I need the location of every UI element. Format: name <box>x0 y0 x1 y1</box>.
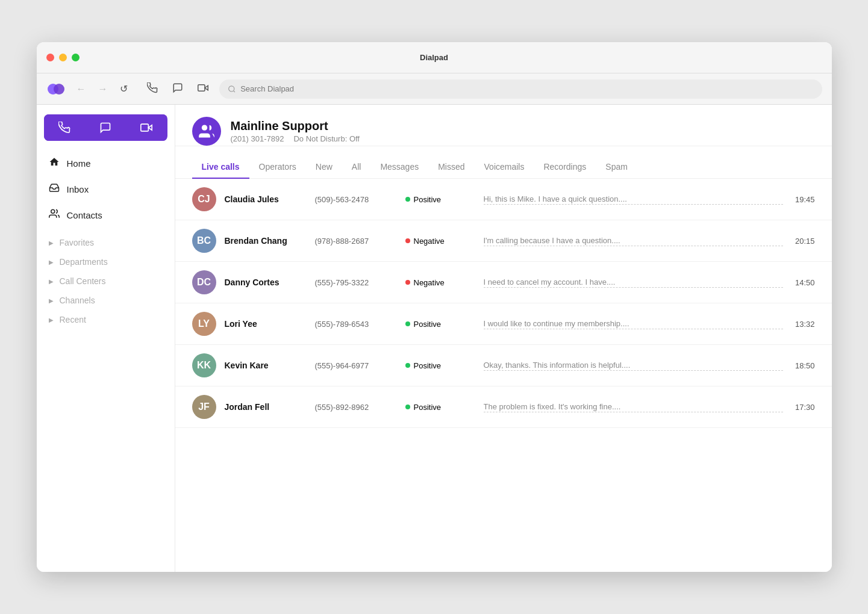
sentiment-badge: Negative <box>405 278 484 287</box>
search-input[interactable] <box>240 84 813 93</box>
sidebar-group-call-centers[interactable]: ▶ Call Centers <box>37 271 175 291</box>
chevron-right-icon: ▶ <box>49 240 54 246</box>
caller-name: Brendan Chang <box>225 236 315 246</box>
sentiment-label: Negative <box>414 278 445 287</box>
sidebar-item-inbox-label: Inbox <box>67 184 89 194</box>
sidebar-item-contacts[interactable]: Contacts <box>37 202 175 228</box>
avatar-initials: JF <box>192 395 216 419</box>
content-header: Mainline Support (201) 301-7892 Do Not D… <box>175 105 832 146</box>
sentiment-dot-icon <box>405 321 410 326</box>
tab-live-calls[interactable]: Live calls <box>192 156 249 179</box>
table-row[interactable]: LY Lori Yee (555)-789-6543 Positive I wo… <box>175 303 832 345</box>
table-row[interactable]: JF Jordan Fell (555)-892-8962 Positive T… <box>175 386 832 428</box>
svg-marker-2 <box>205 85 208 90</box>
message-action-button[interactable] <box>85 114 126 141</box>
table-row[interactable]: DC Danny Cortes (555)-795-3322 Negative … <box>175 262 832 303</box>
video-icon-toolbar[interactable] <box>194 80 212 98</box>
sentiment-label: Positive <box>414 320 442 329</box>
tab-all[interactable]: All <box>342 156 371 179</box>
caller-phone: (555)-964-6977 <box>315 361 405 370</box>
phone-action-button[interactable] <box>44 114 85 141</box>
refresh-button[interactable]: ↺ <box>116 81 131 97</box>
sidebar: Home Inbox Contacts ▶ Favorites <box>37 105 175 572</box>
call-snippet: The problem is fixed. It's working fine.… <box>484 402 783 412</box>
call-snippet: I would like to continue my membership..… <box>484 319 783 329</box>
avatar-initials: CJ <box>192 187 216 211</box>
home-icon <box>49 157 60 170</box>
sidebar-item-home[interactable]: Home <box>37 150 175 176</box>
svg-marker-6 <box>149 125 152 130</box>
sentiment-badge: Positive <box>405 195 484 204</box>
sidebar-group-recent[interactable]: ▶ Recent <box>37 310 175 329</box>
table-row[interactable]: CJ Claudia Jules (509)-563-2478 Positive… <box>175 179 832 220</box>
minimize-button[interactable] <box>59 54 67 61</box>
svg-point-9 <box>201 125 207 131</box>
sidebar-group-channels-label: Channels <box>60 296 95 305</box>
content-area: Mainline Support (201) 301-7892 Do Not D… <box>175 105 832 572</box>
message-icon-toolbar[interactable] <box>169 80 187 98</box>
call-duration: 14:50 <box>795 278 815 287</box>
caller-phone: (555)-795-3322 <box>315 278 405 287</box>
call-duration: 13:32 <box>795 320 815 329</box>
sentiment-label: Positive <box>414 361 442 370</box>
chevron-right-icon: ▶ <box>49 259 54 265</box>
sentiment-dot-icon <box>405 238 410 243</box>
video-action-button[interactable] <box>126 114 167 141</box>
sidebar-action-group <box>44 114 167 141</box>
sentiment-label: Positive <box>414 403 442 412</box>
tab-operators[interactable]: Operators <box>249 156 306 179</box>
call-icon-toolbar[interactable] <box>143 80 161 98</box>
tab-messages[interactable]: Messages <box>370 156 428 179</box>
contact-name: Mainline Support <box>231 119 360 133</box>
tab-new[interactable]: New <box>306 156 342 179</box>
sentiment-badge: Negative <box>405 237 484 246</box>
back-button[interactable]: ← <box>73 81 90 97</box>
table-row[interactable]: BC Brendan Chang (978)-888-2687 Negative… <box>175 220 832 262</box>
dialpad-logo-icon <box>46 79 66 99</box>
call-duration: 18:50 <box>795 361 815 370</box>
forward-button[interactable]: → <box>95 81 111 97</box>
caller-avatar: CJ <box>192 187 216 211</box>
close-button[interactable] <box>46 54 54 61</box>
chevron-right-icon: ▶ <box>49 297 54 304</box>
caller-phone: (978)-888-2687 <box>315 237 405 246</box>
app-window: Dialpad ← → ↺ <box>37 42 832 572</box>
sidebar-group-channels[interactable]: ▶ Channels <box>37 291 175 310</box>
sidebar-group-departments-label: Departments <box>60 257 108 267</box>
chevron-right-icon: ▶ <box>49 278 54 285</box>
sentiment-badge: Positive <box>405 403 484 412</box>
table-row[interactable]: KK Kevin Kare (555)-964-6977 Positive Ok… <box>175 345 832 386</box>
titlebar: Dialpad <box>37 42 832 73</box>
tab-recordings[interactable]: Recordings <box>534 156 596 179</box>
tab-spam[interactable]: Spam <box>596 156 637 179</box>
maximize-button[interactable] <box>72 54 80 61</box>
call-duration: 20:15 <box>795 237 815 246</box>
sentiment-dot-icon <box>405 363 410 368</box>
sentiment-label: Positive <box>414 195 442 204</box>
tab-voicemails[interactable]: Voicemails <box>475 156 534 179</box>
tab-missed[interactable]: Missed <box>428 156 474 179</box>
caller-phone: (555)-892-8962 <box>315 403 405 412</box>
svg-point-4 <box>228 85 234 91</box>
avatar-initials: BC <box>192 229 216 253</box>
sidebar-item-home-label: Home <box>67 158 91 169</box>
call-snippet: Hi, this is Mike. I have a quick questio… <box>484 194 783 205</box>
sidebar-item-inbox[interactable]: Inbox <box>37 176 175 202</box>
sidebar-group-recent-label: Recent <box>60 315 86 324</box>
mainline-support-avatar <box>192 117 221 146</box>
svg-line-5 <box>233 90 234 91</box>
sidebar-item-contacts-label: Contacts <box>67 210 102 220</box>
contact-dnd: Do Not Disturb: Off <box>293 134 360 143</box>
svg-point-1 <box>54 84 64 95</box>
call-duration: 19:45 <box>795 195 815 204</box>
chevron-right-icon: ▶ <box>49 317 54 323</box>
sentiment-dot-icon <box>405 197 410 202</box>
sidebar-group-departments[interactable]: ▶ Departments <box>37 252 175 271</box>
sentiment-badge: Positive <box>405 320 484 329</box>
sentiment-dot-icon <box>405 280 410 285</box>
caller-name: Claudia Jules <box>225 194 315 204</box>
app-logo <box>46 79 66 99</box>
sidebar-group-favorites[interactable]: ▶ Favorites <box>37 233 175 252</box>
sentiment-dot-icon <box>405 405 410 409</box>
caller-phone: (509)-563-2478 <box>315 195 405 204</box>
